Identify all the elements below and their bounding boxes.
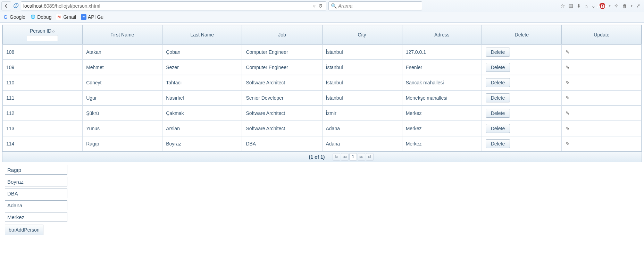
- cell-first-name: Yunus: [82, 121, 162, 136]
- bookmark-star-icon[interactable]: ☆: [560, 3, 565, 9]
- col-city[interactable]: City: [322, 25, 402, 44]
- bookmark-apigu[interactable]: ≡API Gu: [81, 14, 103, 20]
- cell-update: ✎: [562, 90, 642, 106]
- reload-icon: [318, 3, 323, 8]
- dropdown-small-icon-2[interactable]: ▾: [631, 4, 633, 8]
- cell-last-name: Sezer: [162, 60, 242, 75]
- delete-button[interactable]: Delete: [486, 109, 510, 118]
- add-person-button[interactable]: btnAddPerson: [5, 225, 43, 235]
- address-input[interactable]: [5, 212, 67, 222]
- reader-icon[interactable]: ▤: [568, 3, 573, 9]
- edit-icon[interactable]: ✎: [566, 65, 570, 70]
- cell-person-id: 109: [2, 60, 82, 75]
- col-update: Update: [562, 25, 642, 44]
- edit-icon[interactable]: ✎: [566, 95, 570, 101]
- cell-last-name: Çoban: [162, 44, 242, 60]
- col-person-id[interactable]: Person ID◇: [2, 25, 82, 44]
- delete-button[interactable]: Delete: [486, 48, 510, 57]
- cell-person-id: 114: [2, 136, 82, 151]
- edit-icon[interactable]: ✎: [566, 126, 570, 131]
- home-icon[interactable]: ⌂: [585, 3, 588, 9]
- paginator-prev-button[interactable]: ◂◂: [341, 153, 349, 161]
- dropdown-small-icon[interactable]: ▾: [609, 4, 611, 8]
- paginator-first-button[interactable]: I◂: [333, 153, 340, 161]
- search-icon: 🔍: [331, 3, 337, 9]
- cell-person-id: 112: [2, 106, 82, 121]
- delete-button[interactable]: Delete: [486, 63, 510, 72]
- table-row: 110CüneytTahtacıSoftware Architectİstanb…: [2, 75, 642, 90]
- search-field[interactable]: 🔍 Arama: [328, 1, 422, 10]
- first-name-input[interactable]: [5, 165, 67, 175]
- cell-city: İzmir: [322, 106, 402, 121]
- search-placeholder: Arama: [338, 3, 352, 9]
- col-first-name[interactable]: First Name: [82, 25, 162, 44]
- extension-icon[interactable]: ✧: [614, 3, 619, 9]
- table-header-row: Person ID◇ First Name Last Name Job City…: [2, 25, 642, 44]
- add-person-form: btnAddPerson: [2, 162, 642, 238]
- cell-update: ✎: [562, 75, 642, 90]
- trash-icon[interactable]: 🗑: [622, 3, 627, 9]
- bookmark-debug[interactable]: 🌐Debug: [30, 14, 51, 20]
- cell-update: ✎: [562, 121, 642, 136]
- city-input[interactable]: [5, 200, 67, 210]
- site-info-icon[interactable]: ⓘ: [12, 2, 19, 10]
- first-page-icon: I◂: [335, 155, 338, 159]
- persons-table: Person ID◇ First Name Last Name Job City…: [2, 25, 642, 152]
- edit-icon[interactable]: ✎: [566, 49, 570, 55]
- paginator-last-button[interactable]: ▸I: [366, 153, 374, 161]
- cell-first-name: Ragıp: [82, 136, 162, 151]
- cell-job: Computer Engineer: [242, 60, 322, 75]
- cell-address: Merkez: [402, 106, 482, 121]
- reload-button[interactable]: [317, 2, 324, 9]
- cell-last-name: Arslan: [162, 121, 242, 136]
- url-path: :8089/hellojsf/person.xhtml: [42, 3, 100, 9]
- cell-person-id: 111: [2, 90, 82, 106]
- cell-update: ✎: [562, 136, 642, 151]
- cell-delete: Delete: [482, 106, 562, 121]
- paginator-next-button[interactable]: ▸▸: [358, 153, 365, 161]
- edit-icon[interactable]: ✎: [566, 141, 570, 147]
- next-page-icon: ▸▸: [360, 155, 363, 159]
- job-input[interactable]: [5, 189, 67, 198]
- col-address[interactable]: Adress: [402, 25, 482, 44]
- table-row: 112ŞükrüÇakmakSoftware ArchitectİzmirMer…: [2, 106, 642, 121]
- col-job[interactable]: Job: [242, 25, 322, 44]
- cell-address: Merkez: [402, 136, 482, 151]
- url-field[interactable]: localhost:8089/hellojsf/person.xhtml ▽: [21, 1, 326, 10]
- cell-delete: Delete: [482, 136, 562, 151]
- col-delete: Delete: [482, 25, 562, 44]
- dropdown-history-icon[interactable]: ▽: [313, 4, 316, 8]
- edit-icon[interactable]: ✎: [566, 110, 570, 116]
- delete-button[interactable]: Delete: [486, 139, 510, 148]
- delete-button[interactable]: Delete: [486, 124, 510, 133]
- paginator: (1 of 1) I◂ ◂◂ 1 ▸▸ ▸I: [2, 152, 642, 162]
- bookmark-google[interactable]: GGoogle: [3, 14, 25, 20]
- delete-button[interactable]: Delete: [486, 93, 510, 102]
- person-id-filter-input[interactable]: [27, 35, 58, 41]
- bookmark-gmail[interactable]: MGmail: [56, 14, 76, 20]
- google-icon: G: [3, 14, 8, 20]
- expand-icon[interactable]: ⤢: [636, 3, 641, 9]
- paginator-page-1[interactable]: 1: [349, 153, 357, 161]
- last-name-input[interactable]: [5, 177, 67, 186]
- toolbar-icons: ☆ ▤ ⬇ ⌂ ⌄ ABP ▾ ✧ 🗑 ▾ ⤢: [560, 3, 643, 9]
- pocket-icon[interactable]: ⌄: [591, 3, 596, 9]
- downloads-icon[interactable]: ⬇: [577, 3, 581, 9]
- cell-last-name: Nasırlıel: [162, 90, 242, 106]
- edit-icon[interactable]: ✎: [566, 80, 570, 85]
- address-bar-row: ⓘ localhost:8089/hellojsf/person.xhtml ▽…: [0, 0, 644, 12]
- cell-job: Software Architect: [242, 75, 322, 90]
- back-button[interactable]: [1, 1, 11, 10]
- globe-icon: 🌐: [30, 14, 36, 20]
- col-last-name[interactable]: Last Name: [162, 25, 242, 44]
- cell-update: ✎: [562, 44, 642, 60]
- cell-address: Menekşe mahallesi: [402, 90, 482, 106]
- abp-icon[interactable]: ABP: [599, 3, 605, 9]
- cell-person-id: 113: [2, 121, 82, 136]
- delete-button[interactable]: Delete: [486, 78, 510, 87]
- cell-job: Software Architect: [242, 106, 322, 121]
- sort-indicator-icon: ◇: [52, 30, 55, 33]
- table-row: 113YunusArslanSoftware ArchitectAdanaMer…: [2, 121, 642, 136]
- browser-chrome: ⓘ localhost:8089/hellojsf/person.xhtml ▽…: [0, 0, 644, 23]
- cell-first-name: Ugur: [82, 90, 162, 106]
